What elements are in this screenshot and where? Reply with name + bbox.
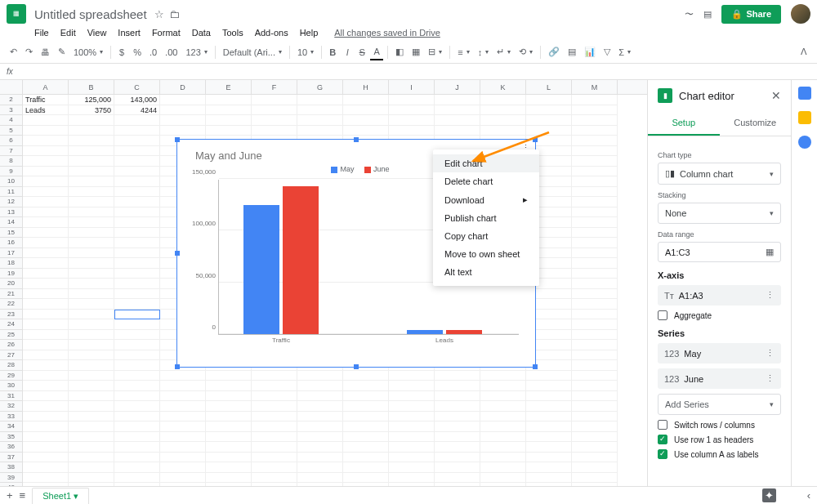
cell[interactable] bbox=[572, 462, 618, 473]
resize-handle[interactable] bbox=[175, 364, 180, 369]
tab-setup[interactable]: Setup bbox=[648, 111, 720, 136]
cell[interactable] bbox=[389, 462, 435, 473]
cell[interactable] bbox=[114, 432, 160, 443]
cell[interactable] bbox=[572, 350, 618, 361]
aggregate-checkbox[interactable]: Aggregate bbox=[658, 310, 781, 320]
cell[interactable] bbox=[114, 391, 160, 402]
cell[interactable] bbox=[114, 146, 160, 157]
embedded-chart[interactable]: ⋮ May and June May June 050,000100,00015… bbox=[176, 139, 536, 368]
all-sheets-icon[interactable]: ≡ bbox=[20, 489, 26, 502]
cell[interactable] bbox=[297, 95, 343, 105]
cell[interactable] bbox=[526, 115, 572, 126]
cell[interactable] bbox=[572, 136, 618, 146]
cell[interactable] bbox=[69, 360, 114, 371]
cell[interactable] bbox=[69, 391, 114, 402]
cell[interactable] bbox=[526, 442, 572, 453]
share-button[interactable]: 🔒Share bbox=[721, 5, 781, 24]
comment-add-icon[interactable]: ▤ bbox=[565, 44, 579, 60]
cell[interactable] bbox=[343, 412, 389, 422]
cell[interactable] bbox=[297, 126, 343, 136]
cell[interactable] bbox=[343, 453, 389, 463]
cell[interactable] bbox=[343, 126, 389, 136]
star-icon[interactable]: ☆ bbox=[154, 8, 164, 20]
cell[interactable] bbox=[114, 248, 160, 259]
cell[interactable] bbox=[572, 228, 618, 239]
cell[interactable] bbox=[389, 115, 435, 126]
cell[interactable] bbox=[114, 258, 160, 269]
cell[interactable] bbox=[343, 473, 389, 484]
cell[interactable] bbox=[343, 105, 389, 116]
cell[interactable] bbox=[435, 391, 480, 402]
cell[interactable] bbox=[69, 217, 114, 228]
row-header[interactable]: 33 bbox=[0, 412, 23, 422]
cell[interactable] bbox=[572, 340, 618, 350]
cell[interactable] bbox=[435, 401, 480, 412]
cell[interactable] bbox=[435, 371, 480, 381]
redo-icon[interactable]: ↷ bbox=[22, 44, 36, 60]
cell[interactable] bbox=[114, 401, 160, 412]
cell[interactable] bbox=[526, 473, 572, 484]
use-row1-checkbox[interactable]: Use row 1 as headers bbox=[658, 435, 781, 444]
cell[interactable] bbox=[480, 105, 526, 116]
halign-icon[interactable]: ≡ bbox=[454, 46, 472, 59]
activity-icon[interactable]: 〜 bbox=[685, 8, 694, 20]
cell[interactable] bbox=[572, 115, 618, 126]
cell[interactable] bbox=[343, 115, 389, 126]
col-header[interactable]: A bbox=[23, 80, 69, 94]
row-header[interactable]: 30 bbox=[0, 381, 23, 391]
resize-handle[interactable] bbox=[354, 137, 359, 142]
cell[interactable] bbox=[69, 197, 114, 207]
cell[interactable] bbox=[23, 136, 69, 146]
cell[interactable] bbox=[69, 442, 114, 453]
cell[interactable] bbox=[572, 279, 618, 289]
cell[interactable] bbox=[435, 95, 480, 105]
cell[interactable] bbox=[206, 432, 252, 443]
menu-tools[interactable]: Tools bbox=[222, 28, 243, 38]
cell[interactable] bbox=[206, 371, 252, 381]
cell[interactable] bbox=[160, 432, 206, 443]
cell[interactable] bbox=[69, 146, 114, 157]
cell[interactable] bbox=[69, 269, 114, 279]
cell[interactable] bbox=[526, 453, 572, 463]
cell[interactable] bbox=[23, 453, 69, 463]
cell[interactable] bbox=[160, 442, 206, 453]
row-header[interactable]: 27 bbox=[0, 350, 23, 361]
cell[interactable] bbox=[23, 167, 69, 177]
cell[interactable] bbox=[206, 473, 252, 484]
cell[interactable] bbox=[69, 319, 114, 330]
cell[interactable] bbox=[389, 105, 435, 116]
cell[interactable] bbox=[23, 176, 69, 187]
cell[interactable] bbox=[435, 381, 480, 391]
cell[interactable] bbox=[69, 473, 114, 484]
row-header[interactable]: 36 bbox=[0, 442, 23, 453]
font-size[interactable]: 10 bbox=[294, 46, 317, 59]
cell[interactable] bbox=[23, 310, 69, 320]
cell[interactable] bbox=[572, 146, 618, 157]
formula-bar[interactable]: fx bbox=[0, 64, 817, 80]
cell[interactable] bbox=[23, 279, 69, 289]
cell[interactable] bbox=[69, 299, 114, 310]
cell[interactable] bbox=[23, 238, 69, 248]
row-header[interactable]: 23 bbox=[0, 310, 23, 320]
zoom-select[interactable]: 100% bbox=[70, 46, 106, 59]
cell[interactable] bbox=[23, 462, 69, 473]
row-header[interactable]: 22 bbox=[0, 299, 23, 310]
row-header[interactable]: 14 bbox=[0, 217, 23, 228]
cell[interactable] bbox=[480, 115, 526, 126]
cell[interactable] bbox=[526, 401, 572, 412]
cell[interactable] bbox=[114, 207, 160, 218]
collapse-toolbar-icon[interactable]: ᐱ bbox=[797, 44, 810, 60]
cell[interactable] bbox=[435, 432, 480, 443]
resize-handle[interactable] bbox=[533, 364, 538, 369]
cell[interactable] bbox=[572, 473, 618, 484]
cell[interactable] bbox=[297, 462, 343, 473]
cell[interactable] bbox=[206, 115, 252, 126]
row-header[interactable]: 9 bbox=[0, 167, 23, 177]
cell[interactable] bbox=[389, 95, 435, 105]
cell[interactable] bbox=[160, 412, 206, 422]
cell[interactable]: Leads bbox=[23, 105, 69, 116]
cell[interactable] bbox=[252, 473, 297, 484]
ctx-delete-chart[interactable]: Delete chart bbox=[433, 172, 539, 190]
row-header[interactable]: 2 bbox=[0, 95, 23, 105]
cell[interactable] bbox=[526, 421, 572, 432]
